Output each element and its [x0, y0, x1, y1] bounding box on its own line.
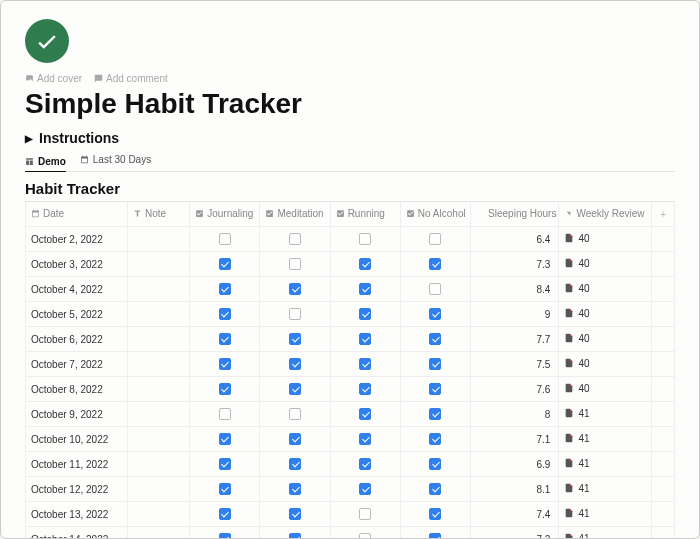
- cell-date[interactable]: October 2, 2022: [26, 227, 128, 252]
- cell-weekly-review[interactable]: 41: [559, 402, 652, 427]
- checkbox[interactable]: [219, 533, 231, 539]
- add-comment-button[interactable]: Add comment: [94, 73, 168, 84]
- col-weekly-review[interactable]: Weekly Review: [559, 202, 652, 227]
- checkbox[interactable]: [359, 408, 371, 420]
- cell-meditation[interactable]: [260, 302, 330, 327]
- checkbox[interactable]: [429, 483, 441, 495]
- cell-journaling[interactable]: [190, 352, 260, 377]
- cell-no-alcohol[interactable]: [400, 402, 470, 427]
- checkbox[interactable]: [429, 433, 441, 445]
- checkbox[interactable]: [289, 283, 301, 295]
- cell-meditation[interactable]: [260, 502, 330, 527]
- cell-weekly-review[interactable]: 41: [559, 477, 652, 502]
- checkbox[interactable]: [359, 483, 371, 495]
- table-row[interactable]: October 11, 20226.941: [26, 452, 675, 477]
- checkbox[interactable]: [289, 333, 301, 345]
- cell-note[interactable]: [127, 352, 189, 377]
- cell-date[interactable]: October 10, 2022: [26, 427, 128, 452]
- cell-note[interactable]: [127, 402, 189, 427]
- cell-weekly-review[interactable]: 40: [559, 277, 652, 302]
- cell-weekly-review[interactable]: 40: [559, 227, 652, 252]
- table-row[interactable]: October 9, 2022841: [26, 402, 675, 427]
- cell-running[interactable]: [330, 527, 400, 540]
- cell-journaling[interactable]: [190, 277, 260, 302]
- cell-date[interactable]: October 12, 2022: [26, 477, 128, 502]
- cell-note[interactable]: [127, 527, 189, 540]
- table-row[interactable]: October 4, 20228.440: [26, 277, 675, 302]
- cell-weekly-review[interactable]: 41: [559, 452, 652, 477]
- cell-journaling[interactable]: [190, 252, 260, 277]
- cell-date[interactable]: October 6, 2022: [26, 327, 128, 352]
- cell-meditation[interactable]: [260, 477, 330, 502]
- cell-sleeping-hours[interactable]: 7.5: [471, 352, 559, 377]
- checkbox[interactable]: [429, 283, 441, 295]
- checkbox[interactable]: [219, 433, 231, 445]
- checkbox[interactable]: [429, 383, 441, 395]
- cell-meditation[interactable]: [260, 427, 330, 452]
- col-meditation[interactable]: Meditation: [260, 202, 330, 227]
- add-cover-button[interactable]: Add cover: [25, 73, 82, 84]
- checkbox[interactable]: [359, 258, 371, 270]
- table-row[interactable]: October 12, 20228.141: [26, 477, 675, 502]
- cell-sleeping-hours[interactable]: 7.6: [471, 377, 559, 402]
- checkbox[interactable]: [219, 508, 231, 520]
- cell-date[interactable]: October 4, 2022: [26, 277, 128, 302]
- checkbox[interactable]: [219, 458, 231, 470]
- col-journaling[interactable]: Journaling: [190, 202, 260, 227]
- checkbox[interactable]: [219, 333, 231, 345]
- checkbox[interactable]: [429, 333, 441, 345]
- tab-last30[interactable]: Last 30 Days: [80, 154, 151, 167]
- checkbox[interactable]: [429, 508, 441, 520]
- col-add[interactable]: +: [652, 202, 675, 227]
- checkbox[interactable]: [429, 258, 441, 270]
- cell-no-alcohol[interactable]: [400, 277, 470, 302]
- cell-note[interactable]: [127, 452, 189, 477]
- checkbox[interactable]: [289, 508, 301, 520]
- checkbox[interactable]: [359, 283, 371, 295]
- cell-meditation[interactable]: [260, 452, 330, 477]
- cell-no-alcohol[interactable]: [400, 302, 470, 327]
- cell-meditation[interactable]: [260, 527, 330, 540]
- cell-sleeping-hours[interactable]: 7.1: [471, 427, 559, 452]
- cell-sleeping-hours[interactable]: 8.1: [471, 477, 559, 502]
- cell-meditation[interactable]: [260, 252, 330, 277]
- checkbox[interactable]: [289, 458, 301, 470]
- cell-meditation[interactable]: [260, 352, 330, 377]
- cell-note[interactable]: [127, 327, 189, 352]
- checkbox[interactable]: [219, 308, 231, 320]
- instructions-toggle[interactable]: ▶ Instructions: [25, 130, 675, 146]
- cell-meditation[interactable]: [260, 327, 330, 352]
- cell-running[interactable]: [330, 427, 400, 452]
- col-note[interactable]: Note: [127, 202, 189, 227]
- tab-demo[interactable]: Demo: [25, 154, 66, 172]
- checkbox[interactable]: [359, 533, 371, 539]
- checkbox[interactable]: [289, 308, 301, 320]
- checkbox[interactable]: [219, 408, 231, 420]
- table-row[interactable]: October 8, 20227.640: [26, 377, 675, 402]
- table-row[interactable]: October 5, 2022940: [26, 302, 675, 327]
- cell-note[interactable]: [127, 427, 189, 452]
- table-row[interactable]: October 7, 20227.540: [26, 352, 675, 377]
- cell-running[interactable]: [330, 227, 400, 252]
- cell-date[interactable]: October 3, 2022: [26, 252, 128, 277]
- table-row[interactable]: October 10, 20227.141: [26, 427, 675, 452]
- checkbox[interactable]: [429, 458, 441, 470]
- cell-running[interactable]: [330, 402, 400, 427]
- cell-journaling[interactable]: [190, 502, 260, 527]
- cell-note[interactable]: [127, 377, 189, 402]
- checkbox[interactable]: [219, 258, 231, 270]
- checkbox[interactable]: [219, 233, 231, 245]
- checkbox[interactable]: [359, 508, 371, 520]
- col-no-alcohol[interactable]: No Alcohol: [400, 202, 470, 227]
- table-row[interactable]: October 6, 20227.740: [26, 327, 675, 352]
- cell-sleeping-hours[interactable]: 8: [471, 402, 559, 427]
- cell-sleeping-hours[interactable]: 7.2: [471, 527, 559, 540]
- cell-note[interactable]: [127, 227, 189, 252]
- cell-running[interactable]: [330, 302, 400, 327]
- cell-no-alcohol[interactable]: [400, 477, 470, 502]
- cell-journaling[interactable]: [190, 402, 260, 427]
- checkbox[interactable]: [219, 283, 231, 295]
- cell-meditation[interactable]: [260, 402, 330, 427]
- cell-note[interactable]: [127, 502, 189, 527]
- cell-note[interactable]: [127, 302, 189, 327]
